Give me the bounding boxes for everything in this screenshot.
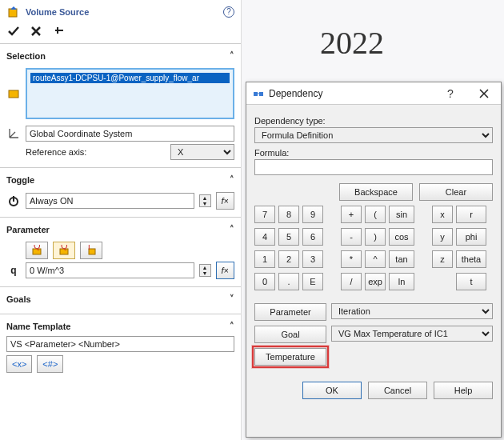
pin-icon[interactable]: [51, 24, 66, 38]
svg-text:Q: Q: [61, 245, 68, 250]
chevron-up-icon[interactable]: ˄: [230, 224, 234, 234]
key-ln[interactable]: ln: [389, 273, 414, 290]
reference-axis-select[interactable]: X: [170, 144, 234, 160]
key-2[interactable]: 2: [278, 250, 299, 268]
key-0[interactable]: 0: [254, 273, 275, 290]
ok-button[interactable]: OK: [302, 382, 362, 399]
key-x[interactable]: x: [432, 206, 453, 223]
toggle-fx-button[interactable]: f×: [216, 192, 235, 210]
power-icon: [6, 194, 21, 208]
svg-text:T: T: [86, 245, 92, 251]
parameter-heading: Parameter: [6, 225, 50, 234]
key-4[interactable]: 4: [254, 228, 275, 246]
dialog-help-button[interactable]: ?: [434, 82, 467, 105]
temperature-button[interactable]: Temperature: [254, 348, 326, 366]
dialog-title: Dependency: [269, 88, 322, 99]
toggle-stepper[interactable]: ▲▼: [199, 194, 211, 207]
param-mode-1-button[interactable]: Q: [26, 242, 48, 259]
cancel-icon[interactable]: [29, 24, 43, 38]
toggle-heading: Toggle: [6, 175, 34, 185]
key-exp[interactable]: exp: [365, 273, 386, 290]
key-8[interactable]: 8: [278, 206, 299, 223]
chevron-up-icon[interactable]: ˄: [230, 50, 234, 61]
body-icon: [6, 86, 21, 101]
dialog-close-button[interactable]: [467, 82, 501, 105]
year-label: 2022: [320, 24, 384, 62]
key-phi[interactable]: phi: [456, 228, 486, 246]
insert-param-token-button[interactable]: <x>: [6, 355, 32, 373]
key-5[interactable]: 5: [278, 228, 299, 246]
formula-input[interactable]: [254, 159, 493, 175]
key-minus[interactable]: -: [341, 228, 362, 246]
key-cos[interactable]: cos: [389, 228, 414, 246]
cancel-button[interactable]: Cancel: [368, 382, 427, 399]
key-3[interactable]: 3: [302, 250, 323, 268]
key-z[interactable]: z: [432, 250, 453, 268]
panel-title: Volume Source: [26, 7, 89, 17]
parameter-insert-button[interactable]: Parameter: [254, 303, 326, 321]
svg-rect-0: [9, 9, 17, 17]
key-e[interactable]: E: [302, 273, 323, 290]
parameter-fx-button[interactable]: f×: [216, 262, 235, 279]
key-theta[interactable]: theta: [456, 250, 486, 268]
selection-list[interactable]: routeAssy1-DCPSU-1@Power_supply_flow_ar: [26, 68, 234, 119]
key-pow[interactable]: ^: [365, 250, 386, 268]
goal-select[interactable]: VG Max Temperature of IC1: [331, 326, 493, 342]
ok-icon[interactable]: [6, 24, 21, 38]
key-9[interactable]: 9: [302, 206, 323, 223]
parameter-value-field[interactable]: [26, 262, 194, 278]
goals-heading: Goals: [6, 294, 31, 304]
key-plus[interactable]: +: [341, 206, 362, 223]
name-template-heading: Name Template: [6, 322, 71, 331]
formula-label: Formula:: [254, 148, 493, 158]
key-lparen[interactable]: (: [365, 206, 386, 223]
backspace-button[interactable]: Backspace: [339, 183, 413, 201]
svg-text:Q: Q: [34, 245, 41, 250]
chevron-up-icon[interactable]: ˄: [230, 174, 234, 185]
help-icon[interactable]: ?: [223, 6, 234, 18]
goal-insert-button[interactable]: Goal: [254, 326, 326, 343]
svg-rect-1: [9, 90, 18, 98]
name-template-field[interactable]: [6, 336, 234, 352]
key-t[interactable]: t: [456, 273, 486, 290]
chevron-down-icon[interactable]: ˅: [230, 294, 234, 304]
insert-number-token-button[interactable]: <#>: [37, 355, 63, 373]
param-mode-2-button[interactable]: Q: [53, 242, 75, 259]
dependency-type-select[interactable]: Formula Definition: [254, 127, 493, 143]
key-r[interactable]: r: [456, 206, 486, 223]
key-7[interactable]: 7: [254, 206, 275, 223]
parameter-select[interactable]: Iteration: [331, 303, 493, 319]
key-6[interactable]: 6: [302, 228, 323, 246]
calculator-keypad: 7 8 9 + ( sin x r 4 5 6 - ) cos y phi 1 …: [254, 206, 493, 292]
q-label: q: [6, 263, 21, 278]
coordinate-system-field[interactable]: [26, 126, 234, 142]
toggle-value-field[interactable]: [26, 193, 194, 209]
volume-source-icon: [6, 5, 21, 19]
cs-icon: [6, 126, 21, 141]
key-tan[interactable]: tan: [389, 250, 414, 268]
svg-rect-11: [259, 92, 263, 96]
dependency-type-label: Dependency type:: [254, 116, 493, 126]
dependency-dialog: Dependency ? Dependency type: Formula De…: [246, 82, 502, 438]
dependency-icon: [251, 86, 266, 101]
key-1[interactable]: 1: [254, 250, 275, 268]
reference-axis-label: Reference axis:: [26, 147, 166, 157]
key-y[interactable]: y: [432, 228, 453, 246]
help-button[interactable]: Help: [434, 382, 493, 399]
key-div[interactable]: /: [341, 273, 362, 290]
param-mode-3-button[interactable]: T: [80, 242, 102, 259]
key-rparen[interactable]: ): [365, 228, 386, 246]
key-mul[interactable]: *: [341, 250, 362, 268]
key-dot[interactable]: .: [278, 273, 299, 290]
selection-heading: Selection: [6, 51, 46, 61]
key-sin[interactable]: sin: [389, 206, 414, 223]
clear-button[interactable]: Clear: [419, 183, 493, 201]
selection-item[interactable]: routeAssy1-DCPSU-1@Power_supply_flow_ar: [30, 73, 230, 83]
parameter-stepper[interactable]: ▲▼: [199, 264, 211, 277]
chevron-up-icon[interactable]: ˄: [230, 321, 234, 331]
svg-rect-10: [254, 92, 258, 96]
